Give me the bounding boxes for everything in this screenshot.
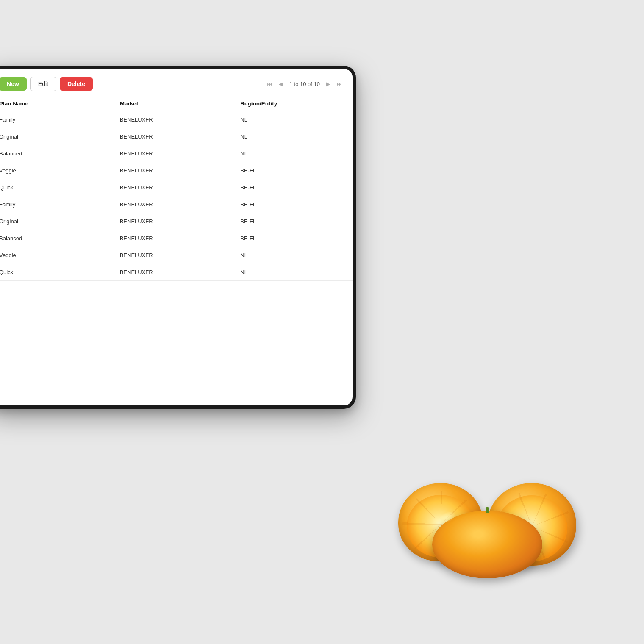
new-button[interactable]: New [0,77,27,91]
table-header-row: Plan Name Market Region/Entity [0,96,353,111]
table-row[interactable]: QuickBENELUXFRNL [0,264,353,281]
cell-market: BENELUXFR [111,213,232,230]
col-header-plan-name: Plan Name [0,96,111,111]
table-row[interactable]: BalancedBENELUXFRBE-FL [0,230,353,247]
table-row[interactable]: OriginalBENELUXFRNL [0,128,353,145]
cell-plan-name: Veggie [0,162,111,179]
cell-plan-name: Quick [0,179,111,196]
cell-market: BENELUXFR [111,179,232,196]
cell-region: BE-FL [232,213,353,230]
data-table: Plan Name Market Region/Entity FamilyBEN… [0,96,353,281]
last-page-button[interactable]: ⏭ [335,80,344,88]
cell-region: BE-FL [232,179,353,196]
cell-region: BE-FL [232,230,353,247]
cell-plan-name: Original [0,128,111,145]
cell-market: BENELUXFR [111,111,232,128]
cell-market: BENELUXFR [111,230,232,247]
pagination-text: 1 to 10 of 10 [289,81,320,87]
tablet-container: New Edit Delete ⏮ ◀ 1 to 10 of 10 ▶ ⏭ Pl… [0,66,356,409]
cell-region: NL [232,247,353,264]
next-page-button[interactable]: ▶ [324,80,332,88]
cell-market: BENELUXFR [111,247,232,264]
table-row[interactable]: QuickBENELUXFRBE-FL [0,179,353,196]
table-row[interactable]: VeggieBENELUXFRBE-FL [0,162,353,179]
cell-region: NL [232,128,353,145]
cell-plan-name: Original [0,213,111,230]
cell-market: BENELUXFR [111,128,232,145]
cell-plan-name: Quick [0,264,111,281]
cell-region: BE-FL [232,162,353,179]
pagination: ⏮ ◀ 1 to 10 of 10 ▶ ⏭ [265,80,344,88]
table-row[interactable]: VeggieBENELUXFRNL [0,247,353,264]
orange-whole [432,511,542,578]
table-row[interactable]: BalancedBENELUXFRNL [0,145,353,162]
delete-button[interactable]: Delete [60,77,93,91]
edit-button[interactable]: Edit [30,77,56,91]
table-area: Plan Name Market Region/Entity FamilyBEN… [0,96,353,405]
table-row[interactable]: FamilyBENELUXFRBE-FL [0,196,353,213]
cell-market: BENELUXFR [111,196,232,213]
col-header-market: Market [111,96,232,111]
cell-region: NL [232,111,353,128]
prev-page-button[interactable]: ◀ [277,80,285,88]
cell-market: BENELUXFR [111,162,232,179]
cell-market: BENELUXFR [111,264,232,281]
tablet-screen: New Edit Delete ⏮ ◀ 1 to 10 of 10 ▶ ⏭ Pl… [0,69,353,405]
table-row[interactable]: FamilyBENELUXFRNL [0,111,353,128]
toolbar: New Edit Delete ⏮ ◀ 1 to 10 of 10 ▶ ⏭ [0,69,353,96]
cell-plan-name: Balanced [0,230,111,247]
cell-region: BE-FL [232,196,353,213]
cell-plan-name: Family [0,196,111,213]
cell-region: NL [232,264,353,281]
orange-decoration [394,426,580,578]
cell-region: NL [232,145,353,162]
cell-plan-name: Balanced [0,145,111,162]
first-page-button[interactable]: ⏮ [265,80,275,88]
col-header-region-entity: Region/Entity [232,96,353,111]
cell-market: BENELUXFR [111,145,232,162]
cell-plan-name: Family [0,111,111,128]
table-row[interactable]: OriginalBENELUXFRBE-FL [0,213,353,230]
cell-plan-name: Veggie [0,247,111,264]
